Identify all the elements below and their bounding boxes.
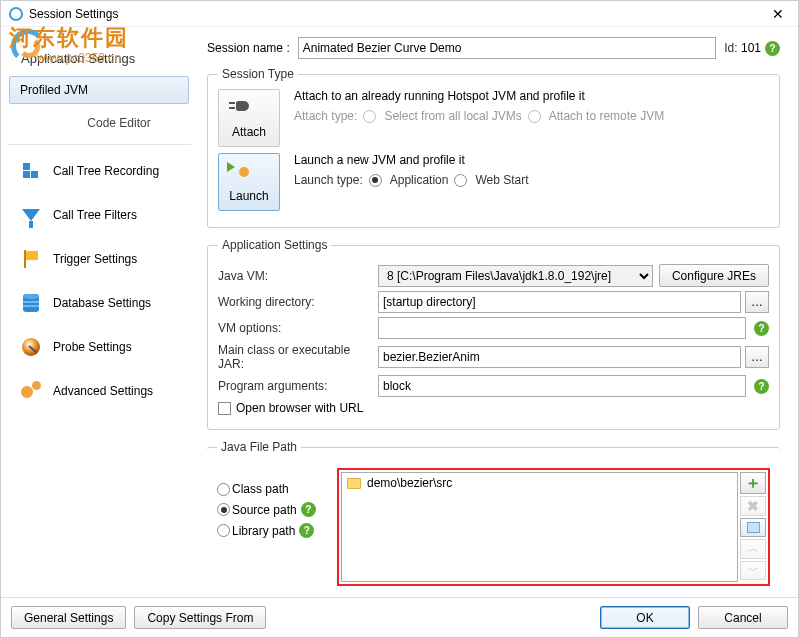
session-type-group: Session Type Attach Attach to an already…: [207, 67, 780, 228]
sidebar-item-label: Call Tree Recording: [53, 164, 159, 178]
java-vm-label: Java VM:: [218, 269, 378, 283]
session-id-value: 101: [741, 41, 761, 55]
radio-select-local-jvms: [363, 110, 376, 123]
folder-open-icon: [747, 522, 760, 533]
application-settings-group: Application Settings Java VM: 8 [C:\Prog…: [207, 238, 780, 430]
help-icon[interactable]: ?: [765, 41, 780, 56]
radio-source-path[interactable]: [217, 503, 230, 516]
sidebar-item-label: Call Tree Filters: [53, 208, 137, 222]
attach-button[interactable]: Attach: [218, 89, 280, 147]
browse-path-button[interactable]: [740, 518, 766, 538]
app-icon: [9, 7, 23, 21]
java-file-path-legend: Java File Path: [217, 440, 301, 454]
session-type-legend: Session Type: [218, 67, 298, 81]
chevron-up-icon: ︿: [748, 541, 759, 556]
sidebar-item-label: Advanced Settings: [53, 384, 153, 398]
open-browser-label: Open browser with URL: [236, 401, 363, 415]
plus-icon: ＋: [745, 473, 761, 494]
launch-title: Launch a new JVM and profile it: [294, 153, 769, 167]
open-browser-checkbox[interactable]: [218, 402, 231, 415]
sidebar-item-probe-settings[interactable]: Probe Settings: [9, 329, 189, 365]
flag-icon: [19, 247, 43, 271]
sidebar-item-label: Database Settings: [53, 296, 151, 310]
attach-type-label: Attach type:: [294, 109, 357, 123]
sidebar-item-call-tree-filters[interactable]: Call Tree Filters: [9, 197, 189, 233]
sidebar-item-code-editor[interactable]: Code Editor: [7, 112, 191, 134]
configure-jres-button[interactable]: Configure JREs: [659, 264, 769, 287]
sidebar-item-label: Profiled JVM: [20, 83, 88, 97]
gears-icon: [19, 379, 43, 403]
watermark-logo: [9, 27, 51, 69]
sidebar: Application Settings Profiled JVM Code E…: [1, 27, 197, 597]
move-down-button[interactable]: ﹀: [740, 561, 766, 581]
launch-icon: [236, 161, 262, 187]
session-name-label: Session name :: [207, 41, 290, 55]
main-class-label: Main class or executable JAR:: [218, 343, 378, 371]
sidebar-item-advanced-settings[interactable]: Advanced Settings: [9, 373, 189, 409]
chevron-down-icon: ﹀: [748, 563, 759, 578]
java-vm-select[interactable]: 8 [C:\Program Files\Java\jdk1.8.0_192\jr…: [378, 265, 653, 287]
attach-title: Attach to an already running Hotspot JVM…: [294, 89, 769, 103]
titlebar: Session Settings ✕: [1, 1, 798, 27]
tree-icon: [19, 159, 43, 183]
help-icon[interactable]: ?: [754, 379, 769, 394]
program-args-input[interactable]: [378, 375, 746, 397]
probe-icon: [19, 335, 43, 359]
radio-application[interactable]: [369, 174, 382, 187]
sidebar-item-label: Trigger Settings: [53, 252, 137, 266]
session-id-label: Id:: [724, 41, 737, 55]
vm-options-label: VM options:: [218, 321, 378, 335]
launch-type-label: Launch type:: [294, 173, 363, 187]
java-file-path-group: Java File Path Class path Source path? L…: [207, 440, 780, 586]
sidebar-item-profiled-jvm[interactable]: Profiled JVM: [9, 76, 189, 104]
folder-icon: [347, 478, 361, 489]
vm-options-input[interactable]: [378, 317, 746, 339]
funnel-icon: [19, 203, 43, 227]
footer: General Settings Copy Settings From OK C…: [1, 597, 798, 637]
divider: [7, 144, 191, 145]
sidebar-item-trigger-settings[interactable]: Trigger Settings: [9, 241, 189, 277]
plug-icon: [236, 97, 262, 123]
session-name-input[interactable]: [298, 37, 717, 59]
help-icon[interactable]: ?: [299, 523, 314, 538]
content: Session name : Id: 101 ? Session Type At…: [197, 27, 798, 597]
ok-button[interactable]: OK: [600, 606, 690, 629]
radio-class-path[interactable]: [217, 483, 230, 496]
cancel-button[interactable]: Cancel: [698, 606, 788, 629]
working-dir-input[interactable]: [378, 291, 741, 313]
sidebar-item-call-tree-recording[interactable]: Call Tree Recording: [9, 153, 189, 189]
help-icon[interactable]: ?: [301, 502, 316, 517]
general-settings-button[interactable]: General Settings: [11, 606, 126, 629]
sidebar-item-database-settings[interactable]: Database Settings: [9, 285, 189, 321]
path-list[interactable]: demo\bezier\src: [341, 472, 738, 582]
browse-main-class-button[interactable]: …: [745, 346, 769, 368]
close-icon[interactable]: ✕: [766, 6, 790, 22]
copy-settings-button[interactable]: Copy Settings From: [134, 606, 266, 629]
working-dir-label: Working directory:: [218, 295, 378, 309]
main-class-input[interactable]: [378, 346, 741, 368]
radio-attach-remote-jvm: [528, 110, 541, 123]
program-args-label: Program arguments:: [218, 379, 378, 393]
browse-working-dir-button[interactable]: …: [745, 291, 769, 313]
remove-path-button[interactable]: ✖: [740, 496, 766, 516]
help-icon[interactable]: ?: [754, 321, 769, 336]
window-title: Session Settings: [29, 7, 766, 21]
launch-button[interactable]: Launch: [218, 153, 280, 211]
database-icon: [19, 291, 43, 315]
radio-library-path[interactable]: [217, 524, 230, 537]
radio-web-start[interactable]: [454, 174, 467, 187]
application-settings-legend: Application Settings: [218, 238, 331, 252]
x-icon: ✖: [747, 498, 759, 514]
list-item[interactable]: demo\bezier\src: [342, 473, 737, 493]
add-path-button[interactable]: ＋: [740, 472, 766, 494]
move-up-button[interactable]: ︿: [740, 539, 766, 559]
sidebar-item-label: Probe Settings: [53, 340, 132, 354]
